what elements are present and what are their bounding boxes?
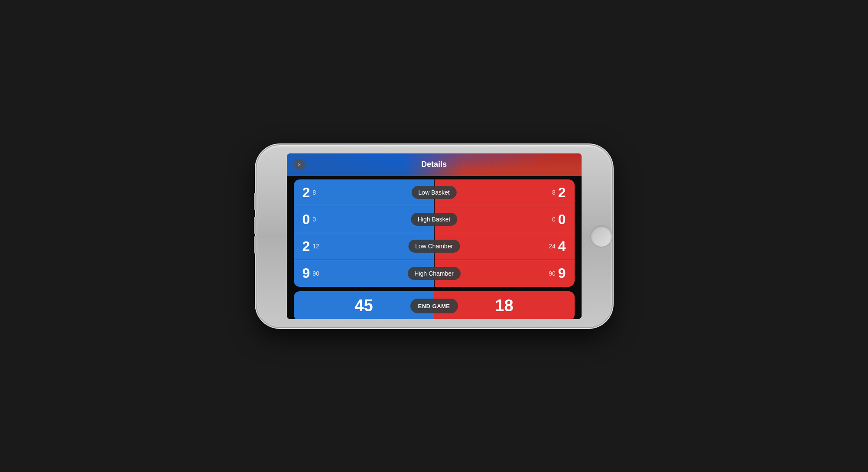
close-icon: × bbox=[298, 162, 301, 167]
blue-small-score: 12 bbox=[312, 243, 319, 250]
close-button[interactable]: × bbox=[294, 159, 305, 170]
home-button[interactable] bbox=[590, 225, 613, 247]
endgame-label-pill: END GAME bbox=[410, 299, 458, 313]
endgame-red-score: 18 bbox=[495, 296, 513, 315]
phone-shell: × Details 2 8 Low Basket bbox=[257, 145, 612, 327]
blue-large-score: 0 bbox=[302, 212, 310, 228]
header-title: Details bbox=[421, 160, 447, 169]
row-label-pill: Low Chamber bbox=[408, 240, 460, 253]
red-small-score: 0 bbox=[552, 216, 556, 223]
endgame-blue-score: 45 bbox=[354, 296, 373, 315]
blue-large-score: 9 bbox=[302, 265, 310, 281]
endgame-label-text: END GAME bbox=[418, 303, 450, 309]
blue-large-score: 2 bbox=[302, 238, 310, 254]
red-small-score: 90 bbox=[549, 270, 556, 277]
endgame-row: 45 END GAME 18 bbox=[294, 291, 575, 319]
red-large-score: 2 bbox=[558, 185, 566, 201]
red-large-score: 0 bbox=[558, 212, 566, 228]
row-label-pill: High Chamber bbox=[407, 267, 460, 280]
row-label: High Chamber bbox=[414, 270, 453, 277]
content: 2 8 Low Basket 8 2 0 0 bbox=[287, 176, 582, 319]
row-label: High Basket bbox=[418, 216, 450, 223]
score-table: 2 8 Low Basket 8 2 0 0 bbox=[294, 179, 575, 287]
row-label-pill: Low Basket bbox=[411, 186, 456, 199]
blue-small-score: 8 bbox=[312, 189, 316, 196]
red-small-score: 8 bbox=[552, 189, 556, 196]
table-row: 9 90 High Chamber 90 9 bbox=[294, 260, 575, 287]
table-row: 0 0 High Basket 0 0 bbox=[294, 206, 575, 233]
table-row: 2 12 Low Chamber 24 4 bbox=[294, 233, 575, 260]
red-small-score: 24 bbox=[549, 243, 556, 250]
blue-small-score: 0 bbox=[312, 216, 316, 223]
blue-large-score: 2 bbox=[302, 185, 310, 201]
screen: × Details 2 8 Low Basket bbox=[287, 153, 582, 319]
row-label-pill: High Basket bbox=[411, 213, 457, 226]
red-large-score: 4 bbox=[558, 238, 566, 254]
row-label: Low Basket bbox=[418, 189, 449, 196]
table-row: 2 8 Low Basket 8 2 bbox=[294, 179, 575, 206]
header: × Details bbox=[287, 153, 582, 176]
blue-small-score: 90 bbox=[312, 270, 319, 277]
red-large-score: 9 bbox=[558, 265, 566, 281]
row-label: Low Chamber bbox=[415, 243, 453, 250]
